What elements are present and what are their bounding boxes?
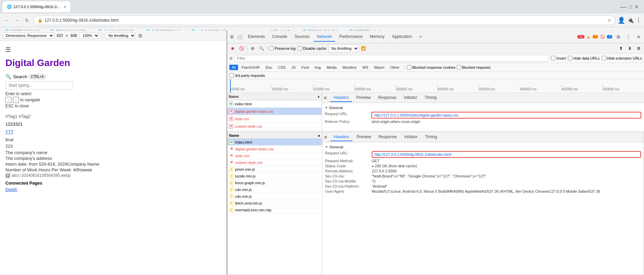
fg-file-row-force[interactable]: J force-graph.min.js (228, 179, 322, 186)
tab-elements[interactable]: Elements (245, 32, 268, 42)
bg-tab-response[interactable]: Response (375, 94, 400, 102)
tab-sources[interactable]: Sources (291, 32, 313, 42)
bg-file-row-2[interactable]: ✕ digital-garden-base.css (227, 108, 322, 115)
fg-tab-initiator[interactable]: Initiator (401, 133, 421, 141)
fg-tab-preview[interactable]: Preview (353, 133, 374, 141)
throttle-select[interactable]: No throttling (105, 33, 136, 39)
blocked-requests-check[interactable]: Blocked requests (457, 65, 490, 69)
more-options-btn[interactable]: ⋮ (624, 33, 632, 41)
extensions-icon[interactable]: 🔌 (627, 17, 634, 23)
throttle-select-dt[interactable]: No throttling (328, 45, 359, 52)
type-btn-js[interactable]: JS (289, 65, 298, 70)
maximize-btn[interactable]: □ (629, 4, 632, 9)
search-label: 🔍 Search CTRL+K (5, 74, 221, 79)
tab-console[interactable]: Console (269, 32, 291, 42)
hide-data-urls-check[interactable]: Hide data URLs (568, 56, 600, 60)
warn-count-badge: 1 (593, 35, 598, 39)
disable-cache-checkbox[interactable]: Disable cache (298, 46, 326, 50)
bg-tab-headers[interactable]: Headers (330, 94, 352, 102)
dock-icon-2[interactable]: ⬜ (236, 34, 244, 39)
invert-check[interactable]: Invert (551, 56, 566, 60)
fg-scroll-up[interactable]: ▲ (317, 133, 321, 137)
close-btn[interactable]: ✕ (635, 4, 639, 9)
type-btn-doc[interactable]: Doc (263, 65, 275, 70)
fg-file-row-lucide[interactable]: J lucide.min.js (228, 173, 322, 179)
fg-tab-headers[interactable]: Headers (330, 133, 352, 141)
active-tab[interactable]: 🌐 127.0.0.1:5500/dg-0816-1/dist/index.ht… (3, 1, 70, 12)
type-btn-fetch-xhr[interactable]: Fetch/XHR (239, 65, 262, 70)
minimize-btn[interactable]: — (620, 3, 626, 10)
preserve-log-checkbox[interactable]: Preserve log (269, 46, 296, 50)
fg-tab-response[interactable]: Response (375, 133, 400, 141)
type-btn-wasm[interactable]: Wasm (372, 65, 387, 70)
bg-tab-preview[interactable]: Preview (353, 94, 374, 102)
upload-icon[interactable]: ⬆ (618, 45, 624, 52)
star-icon[interactable]: ☆ (607, 18, 611, 23)
fg-general-title[interactable]: ▼ General (325, 145, 641, 149)
bg-general-title[interactable]: ▼ General (325, 106, 641, 110)
tab-performance[interactable]: Performance (336, 32, 366, 42)
fg-file-row-base-css[interactable]: ✕ digital-garden-base.css (228, 146, 322, 152)
type-btn-other[interactable]: Other (388, 65, 402, 70)
bg-scroll-up[interactable]: ▲ (317, 94, 320, 98)
bg-file-row-4[interactable]: ✕ custom-style.css (227, 123, 322, 130)
tab-memory[interactable]: Memory (367, 32, 388, 42)
tab-close-btn[interactable]: ✕ (64, 5, 66, 9)
network-settings-icon[interactable]: ⚙ (635, 45, 642, 52)
profile-icon[interactable]: 👤 (618, 17, 625, 24)
bg-file-row-3[interactable]: ✕ style.css (227, 115, 322, 123)
fg-file-row-index[interactable]: H index.html (228, 139, 322, 146)
third-party-check[interactable]: 3rd-party requests (229, 73, 265, 78)
fg-file-row-fetch[interactable]: J fetch.umd.min.js (228, 200, 322, 207)
blocked-cookies-check[interactable]: Blocked response cookies (407, 65, 456, 69)
back-btn[interactable]: ← (3, 16, 11, 24)
clear-btn[interactable]: 🚫 (238, 45, 245, 52)
fg-file-row-cdn1[interactable]: J cdn.min.js (228, 186, 322, 193)
dimensions-select[interactable]: Dimensions: Responsive (3, 33, 54, 39)
type-btn-img[interactable]: Img (312, 65, 323, 70)
depth-link[interactable]: Depth (5, 187, 221, 192)
fg-file-row-prism[interactable]: J prism.min.js (228, 166, 322, 173)
download-icon[interactable]: ⬇ (626, 45, 633, 52)
search-icon-btn[interactable]: 🔍 (258, 45, 265, 52)
lock-icon: 🔒 (38, 18, 43, 23)
type-btn-font[interactable]: Font (299, 65, 311, 70)
fg-file-row-custom[interactable]: ✕ custom-style.css (228, 159, 322, 166)
bg-file-row-1[interactable]: H index.html (227, 100, 322, 108)
type-btn-all[interactable]: All (229, 65, 238, 70)
fg-file-row-style[interactable]: ✕ style.css (228, 152, 322, 159)
type-btn-css[interactable]: CSS (276, 65, 288, 70)
hide-ext-urls-check[interactable]: Hide extension URLs (602, 56, 642, 60)
settings-icon-btn[interactable]: ⚙ (614, 33, 622, 41)
filter-input[interactable] (235, 55, 549, 62)
zoom-select[interactable]: 100% (79, 33, 99, 39)
record-btn[interactable]: ⏺ (229, 45, 236, 52)
menu-icon[interactable]: ☰ (5, 46, 221, 54)
bg-tab-initiator[interactable]: Initiator (400, 94, 420, 102)
tab-application[interactable]: Application (389, 32, 415, 42)
close-devtools-btn[interactable]: ✕ (635, 33, 643, 41)
type-btn-ws[interactable]: WS (360, 65, 371, 70)
fg-request-url-row: Request URL: http://127.0.0.1:5500/dg-08… (325, 151, 641, 158)
link-text[interactable]: TTT (5, 129, 221, 134)
fg-file-row-cdn2[interactable]: J cdn.min.js (228, 193, 322, 200)
reload-btn[interactable]: ↻ (23, 16, 31, 24)
fg-close-btn[interactable]: ✕ (324, 134, 328, 140)
rotate-icon[interactable]: ⊞ (138, 33, 142, 38)
tab-more[interactable]: » (416, 32, 425, 42)
forward-btn[interactable]: → (13, 16, 21, 24)
fg-file-row-mermaid[interactable]: J mermaid.esm.min.mjs (228, 207, 322, 213)
type-filter-bar: All Fetch/XHR Doc CSS JS Font Img Media … (227, 63, 644, 72)
bg-tab-timing[interactable]: Timing (421, 94, 440, 102)
address-bar[interactable]: 🔒 127.0.0.1:5500/dg-0816-1/dist/index.ht… (33, 16, 616, 25)
tab-network[interactable]: Network (314, 32, 335, 42)
dock-icon-1[interactable]: ⊞ (229, 34, 235, 39)
fg-tab-timing[interactable]: Timing (421, 133, 440, 141)
search-input[interactable] (5, 81, 73, 89)
type-btn-media[interactable]: Media (324, 65, 339, 70)
more-options-icon[interactable]: ⋮ (636, 17, 641, 23)
bg-close-btn[interactable]: ✕ (323, 95, 327, 101)
type-btn-manifest[interactable]: Manifest (340, 65, 359, 70)
css-icon-2: ✕ (229, 117, 233, 121)
filter-icon-btn[interactable]: ⊘ (249, 45, 256, 52)
